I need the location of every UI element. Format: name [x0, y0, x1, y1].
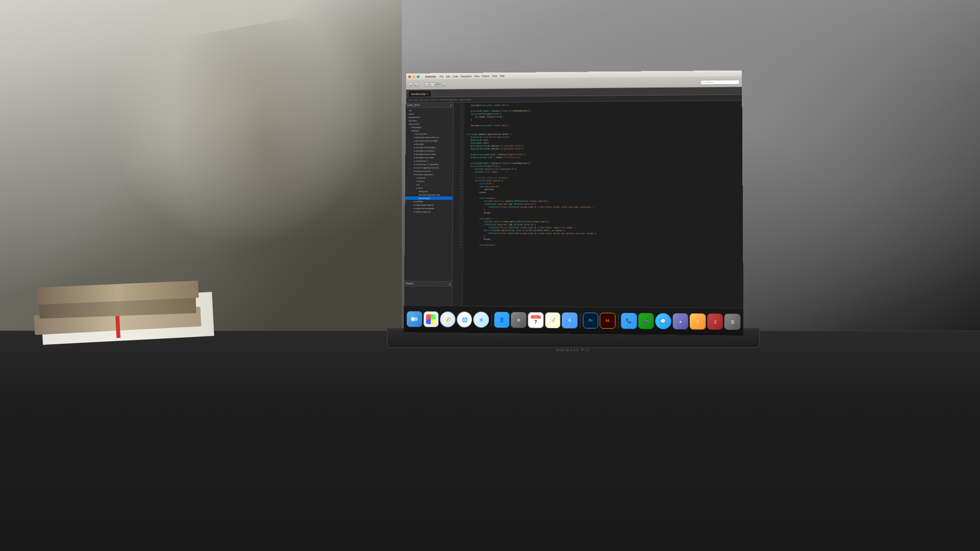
app-name: Komodo [425, 75, 436, 78]
dock-facetimeaudio-icon[interactable]: 📞 [621, 313, 637, 329]
projects-header: Projects ⚙ [404, 282, 452, 287]
komodo-ide: Komodo File Edit Code Navigation View Pr… [404, 71, 743, 335]
toolbar-save[interactable]: 💾 [436, 82, 441, 87]
menu-items: File Edit Code Navigation View Project T… [440, 74, 505, 78]
dock-music-icon[interactable]: ♫ [707, 313, 723, 330]
dock-appstore-icon[interactable]: A [562, 312, 578, 329]
dock-illustrator-icon[interactable]: Ai [600, 312, 615, 329]
menu-code[interactable]: Code [452, 74, 458, 77]
dock-photos-icon[interactable] [423, 311, 439, 327]
minimize-button[interactable] [413, 75, 416, 78]
maximize-button[interactable] [416, 75, 419, 78]
menu-help[interactable]: Help [500, 74, 505, 77]
dock: 🧭 🌐 ◎ 👤 ⚙ JUL 7 [404, 305, 743, 335]
tree-relative[interactable]: ▸ relative-image-urls [405, 210, 452, 214]
tree-functions-php[interactable]: functions.php [405, 196, 453, 200]
book-ribbon [115, 313, 121, 338]
code-editor: 78 79 80 81 82 83 84 85 86 87 88 89 90 9… [452, 101, 743, 308]
tab-close[interactable]: × [427, 92, 428, 95]
main-area: public_html ▾ ⚙ cert cgi-bin phpmyadmin … [404, 101, 744, 308]
code-line-126: case 'password': [465, 243, 741, 247]
laptop-brand: MacBook Pro [387, 348, 760, 352]
menu-file[interactable]: File [440, 75, 443, 78]
toolbar-forward[interactable]: ▶ [414, 82, 418, 87]
ln-127: 127 [453, 246, 463, 249]
search-bar[interactable]: Go to Anything [700, 79, 740, 85]
tree-lavslider[interactable]: ▸ LavSlider [405, 200, 453, 203]
dock-notes-icon[interactable]: 📝 [545, 312, 561, 329]
line-numbers: 78 79 80 81 82 83 84 85 86 87 88 89 90 9… [452, 103, 465, 306]
projects-panel: Projects ⚙ [404, 281, 452, 306]
code-content[interactable]: include($view_path . 'header.php'); $fie… [463, 101, 744, 308]
dock-finder-icon[interactable] [407, 311, 422, 327]
tab-functions-php[interactable]: functions.php × [408, 90, 432, 97]
toolbar-open[interactable]: 📂 [430, 82, 435, 87]
close-button[interactable] [408, 75, 411, 78]
svg-point-2 [414, 317, 418, 321]
file-panel: public_html ▾ ⚙ cert cgi-bin phpmyadmin … [404, 103, 454, 306]
projects-title: Projects [406, 283, 414, 285]
menu-edit[interactable]: Edit [446, 75, 450, 78]
tree-ext-reg-php[interactable]: extended-registration.php [405, 193, 453, 196]
menu-tools[interactable]: Tools [492, 74, 498, 77]
dock-contacts-icon[interactable]: 👤 [494, 312, 510, 328]
tree-regenerate[interactable]: ▸ regenerate-thumbnails [405, 207, 452, 210]
panel-settings-icon[interactable]: ⚙ [450, 103, 452, 106]
menu-view[interactable]: View [474, 74, 480, 77]
file-tree: cert cgi-bin phpmyadmin wp-admin ▾ wp-co… [404, 108, 453, 281]
dock-divider-3 [618, 314, 618, 328]
toolbar-run[interactable]: ▶ [441, 82, 446, 87]
dock-system-icon[interactable]: ⚙ [511, 312, 527, 328]
tree-captcha[interactable]: ▸ really-simple-captcha [405, 203, 452, 207]
breadcrumb-path: public_html > wp-content > themes > exte… [408, 98, 471, 101]
dock-messages-icon[interactable]: 💬 [655, 313, 671, 329]
dock-calendar-icon[interactable]: JUL 7 [528, 312, 543, 328]
dock-itunes-icon[interactable]: ♪ [690, 313, 706, 330]
dock-divider-2 [580, 313, 580, 327]
menu-project[interactable]: Project [482, 74, 489, 77]
dock-generic-icon[interactable]: ★ [673, 313, 688, 330]
dock-photoshop-icon[interactable]: Ps [583, 312, 598, 329]
menu-navigation[interactable]: Navigation [461, 74, 472, 77]
dock-browser-icon[interactable]: ◎ [473, 311, 489, 327]
file-panel-header: public_html ▾ ⚙ [406, 103, 453, 108]
toolbar-new[interactable]: + [424, 82, 429, 87]
dock-trash-icon[interactable]: 🗑 [725, 313, 741, 330]
panel-title: public_html ▾ [407, 104, 420, 106]
dock-divider-1 [491, 313, 492, 327]
search-placeholder: Go to Anything [702, 81, 713, 83]
toolbar-back[interactable]: ◀ [408, 82, 413, 87]
tab-label: functions.php [411, 92, 425, 95]
laptop-screen: Komodo File Edit Code Navigation View Pr… [404, 71, 743, 335]
dock-safari-icon[interactable]: 🧭 [440, 311, 455, 327]
traffic-lights [408, 75, 419, 78]
projects-settings-icon[interactable]: ⚙ [449, 283, 450, 286]
books-stack [34, 272, 211, 370]
dock-facetime-icon[interactable]: 📹 [638, 313, 654, 329]
dock-chrome-icon[interactable]: 🌐 [457, 311, 472, 327]
